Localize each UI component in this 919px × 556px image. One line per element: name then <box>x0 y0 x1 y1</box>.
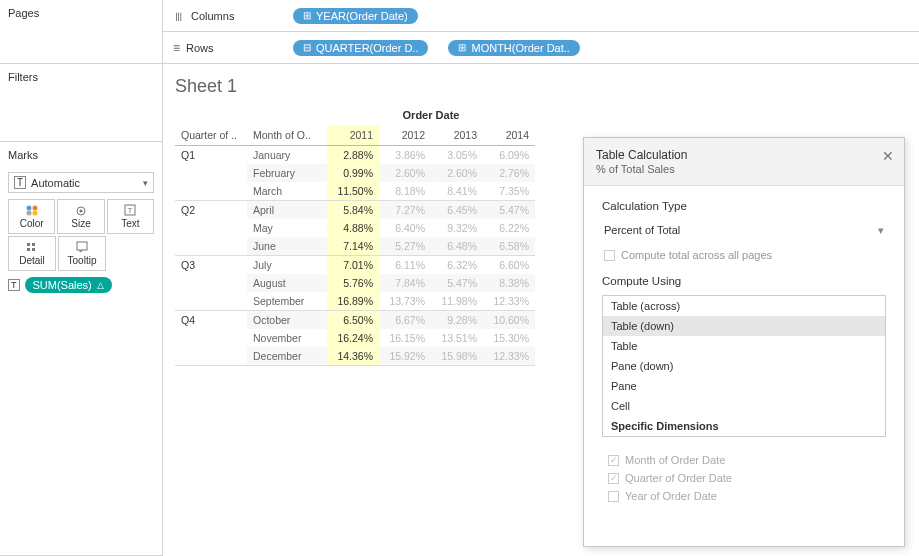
value-cell[interactable]: 6.50% <box>327 311 379 330</box>
value-cell[interactable]: 11.50% <box>327 182 379 201</box>
value-cell[interactable]: 3.05% <box>431 146 483 165</box>
color-button[interactable]: Color <box>8 199 55 234</box>
value-cell[interactable]: 15.30% <box>483 329 535 347</box>
value-cell[interactable]: 15.92% <box>379 347 431 366</box>
compute-option[interactable]: Pane <box>603 376 885 396</box>
value-cell[interactable]: 6.60% <box>483 256 535 275</box>
value-cell[interactable]: 0.99% <box>327 164 379 182</box>
value-cell[interactable]: 7.14% <box>327 237 379 256</box>
value-cell[interactable]: 6.45% <box>431 201 483 220</box>
month-cell[interactable]: May <box>247 219 327 237</box>
month-cell[interactable]: September <box>247 292 327 311</box>
quarter-cell[interactable]: Q3 <box>175 256 247 311</box>
value-cell[interactable]: 6.22% <box>483 219 535 237</box>
value-cell[interactable]: 12.33% <box>483 292 535 311</box>
value-cell[interactable]: 6.09% <box>483 146 535 165</box>
dimension-item[interactable]: ✓Month of Order Date <box>602 451 886 469</box>
value-cell[interactable]: 3.86% <box>379 146 431 165</box>
columns-shelf[interactable]: ⫼ Columns ⊞ YEAR(Order Date) <box>163 0 919 32</box>
value-cell[interactable]: 13.51% <box>431 329 483 347</box>
close-icon[interactable]: ✕ <box>882 148 894 164</box>
value-cell[interactable]: 7.01% <box>327 256 379 275</box>
sheet-title[interactable]: Sheet 1 <box>175 76 907 97</box>
tooltip-button[interactable]: Tooltip <box>58 236 106 271</box>
marks-type-dropdown[interactable]: T Automatic ▾ <box>8 172 154 193</box>
chevron-down-icon: ▾ <box>143 178 148 188</box>
columns-pill-year[interactable]: ⊞ YEAR(Order Date) <box>293 8 418 24</box>
month-cell[interactable]: July <box>247 256 327 275</box>
value-cell[interactable]: 14.36% <box>327 347 379 366</box>
col-header[interactable]: 2012 <box>379 125 431 146</box>
compute-option[interactable]: Table (down) <box>603 316 885 336</box>
month-cell[interactable]: December <box>247 347 327 366</box>
value-cell[interactable]: 16.15% <box>379 329 431 347</box>
value-cell[interactable]: 6.11% <box>379 256 431 275</box>
quarter-cell[interactable]: Q1 <box>175 146 247 201</box>
month-cell[interactable]: October <box>247 311 327 330</box>
value-cell[interactable]: 6.48% <box>431 237 483 256</box>
value-cell[interactable]: 16.89% <box>327 292 379 311</box>
value-cell[interactable]: 7.27% <box>379 201 431 220</box>
value-cell[interactable]: 4.88% <box>327 219 379 237</box>
dimension-item[interactable]: Year of Order Date <box>602 487 886 505</box>
checkbox-icon: ✓ <box>608 455 619 466</box>
value-cell[interactable]: 12.33% <box>483 347 535 366</box>
compute-option[interactable]: Pane (down) <box>603 356 885 376</box>
value-cell[interactable]: 6.40% <box>379 219 431 237</box>
quarter-cell[interactable]: Q4 <box>175 311 247 366</box>
month-cell[interactable]: June <box>247 237 327 256</box>
compute-option[interactable]: Specific Dimensions <box>603 416 885 436</box>
value-cell[interactable]: 5.47% <box>483 201 535 220</box>
calc-type-select[interactable]: Percent of Total ▾ <box>602 220 886 241</box>
month-cell[interactable]: April <box>247 201 327 220</box>
measure-pill[interactable]: SUM(Sales) △ <box>25 277 112 293</box>
value-cell[interactable]: 6.58% <box>483 237 535 256</box>
rows-pill-month[interactable]: ⊞ MONTH(Order Dat.. <box>448 40 579 56</box>
compute-total-checkbox[interactable]: Compute total across all pages <box>602 249 886 261</box>
size-button[interactable]: Size <box>57 199 104 234</box>
value-cell[interactable]: 2.88% <box>327 146 379 165</box>
value-cell[interactable]: 2.76% <box>483 164 535 182</box>
value-cell[interactable]: 5.47% <box>431 274 483 292</box>
text-button[interactable]: T Text <box>107 199 154 234</box>
dimension-item[interactable]: ✓Quarter of Order Date <box>602 469 886 487</box>
value-cell[interactable]: 5.84% <box>327 201 379 220</box>
month-cell[interactable]: November <box>247 329 327 347</box>
month-cell[interactable]: August <box>247 274 327 292</box>
col-header[interactable]: 2011 <box>327 125 379 146</box>
value-cell[interactable]: 16.24% <box>327 329 379 347</box>
super-header: Order Date <box>327 105 535 125</box>
value-cell[interactable]: 6.67% <box>379 311 431 330</box>
value-cell[interactable]: 10.60% <box>483 311 535 330</box>
value-cell[interactable]: 7.84% <box>379 274 431 292</box>
value-cell[interactable]: 13.73% <box>379 292 431 311</box>
detail-button[interactable]: Detail <box>8 236 56 271</box>
value-cell[interactable]: 15.98% <box>431 347 483 366</box>
col-header[interactable]: 2014 <box>483 125 535 146</box>
value-cell[interactable]: 5.76% <box>327 274 379 292</box>
value-cell[interactable]: 2.60% <box>431 164 483 182</box>
rows-shelf[interactable]: ≡ Rows ⊟ QUARTER(Order D.. ⊞ MONTH(Order… <box>163 32 919 64</box>
month-cell[interactable]: January <box>247 146 327 165</box>
value-cell[interactable]: 5.27% <box>379 237 431 256</box>
col-header[interactable]: Month of O.. <box>247 125 327 146</box>
month-cell[interactable]: March <box>247 182 327 201</box>
value-cell[interactable]: 9.28% <box>431 311 483 330</box>
value-cell[interactable]: 6.32% <box>431 256 483 275</box>
compute-option[interactable]: Table (across) <box>603 296 885 316</box>
value-cell[interactable]: 2.60% <box>379 164 431 182</box>
compute-option[interactable]: Table <box>603 336 885 356</box>
quarter-cell[interactable]: Q2 <box>175 201 247 256</box>
value-cell[interactable]: 7.35% <box>483 182 535 201</box>
value-cell[interactable]: 8.18% <box>379 182 431 201</box>
compute-option[interactable]: Cell <box>603 396 885 416</box>
svg-rect-11 <box>32 248 35 251</box>
col-header[interactable]: Quarter of .. <box>175 125 247 146</box>
value-cell[interactable]: 9.32% <box>431 219 483 237</box>
col-header[interactable]: 2013 <box>431 125 483 146</box>
value-cell[interactable]: 8.41% <box>431 182 483 201</box>
rows-pill-quarter[interactable]: ⊟ QUARTER(Order D.. <box>293 40 428 56</box>
value-cell[interactable]: 11.98% <box>431 292 483 311</box>
month-cell[interactable]: February <box>247 164 327 182</box>
value-cell[interactable]: 8.38% <box>483 274 535 292</box>
